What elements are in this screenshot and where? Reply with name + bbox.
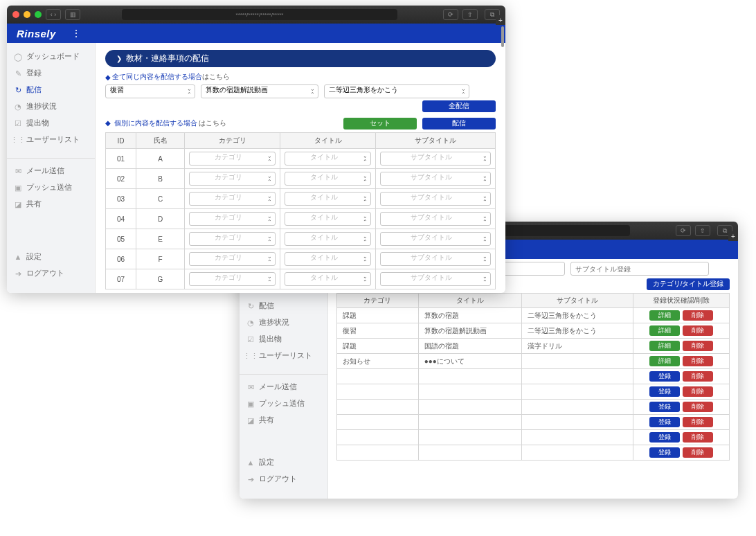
row-category-select[interactable]: カテゴリ: [189, 152, 276, 166]
reload-icon[interactable]: ⟳: [676, 225, 691, 236]
sidebar-item-distribute[interactable]: ↻配信: [7, 82, 95, 98]
row-title-select[interactable]: タイトル: [285, 272, 371, 286]
row-category-select[interactable]: カテゴリ: [189, 252, 276, 266]
cell-action: 詳細削除: [633, 339, 729, 354]
sidebar-item-distribute[interactable]: ↻配信: [240, 298, 327, 314]
sidebar-item-submissions[interactable]: ☑提出物: [240, 331, 327, 348]
row-subtitle-select[interactable]: サブタイトル: [380, 232, 491, 246]
sidebar-item-label: 配信: [259, 301, 274, 311]
row-category-select[interactable]: カテゴリ: [189, 212, 276, 226]
row-title-select[interactable]: タイトル: [285, 172, 371, 186]
register-row-button[interactable]: 登録: [649, 371, 680, 382]
register-table: カテゴリ タイトル サブタイトル 登録状況確認/削除 課題算数の宿題二等辺三角形…: [336, 293, 730, 461]
cell-subtitle: 二等辺三角形をかこう: [522, 323, 633, 339]
row-category-select[interactable]: カテゴリ: [189, 272, 276, 286]
hint-all: ◆ 全て同じ内容を配信する場合 はこちら: [105, 73, 496, 82]
cell-title: 国語の宿題: [418, 339, 522, 354]
register-row-button[interactable]: 登録: [649, 417, 680, 427]
detail-button[interactable]: 詳細: [649, 325, 680, 336]
row-title-select[interactable]: タイトル: [285, 192, 371, 206]
row-category-select[interactable]: カテゴリ: [189, 172, 276, 186]
sidebar-item-settings[interactable]: ▲設定: [7, 249, 95, 265]
cell-subtitle: [522, 354, 633, 369]
sidebar-item-progress[interactable]: ◔進捗状況: [7, 98, 95, 115]
select-title[interactable]: 算数の宿題解説動画: [201, 84, 318, 98]
sidebar-item-progress[interactable]: ◔進捗状況: [240, 314, 327, 331]
delete-button[interactable]: 削除: [683, 356, 713, 366]
share-icon[interactable]: ⇧: [462, 9, 478, 20]
delete-button[interactable]: 削除: [683, 341, 713, 351]
back-forward-icon[interactable]: ‹ ›: [46, 9, 61, 20]
sidebar-item-users[interactable]: ⋮⋮ユーザーリスト: [7, 132, 95, 148]
detail-button[interactable]: 詳細: [649, 310, 680, 321]
register-row-button[interactable]: 登録: [649, 402, 680, 412]
row-subtitle-select[interactable]: サブタイトル: [380, 272, 491, 286]
sidebar-item-dashboard[interactable]: ◯ダッシュボード: [7, 48, 95, 65]
row-subtitle-select[interactable]: サブタイトル: [380, 172, 491, 186]
row-category-select[interactable]: カテゴリ: [189, 192, 276, 206]
mail-icon: ✉: [246, 383, 255, 391]
delete-button[interactable]: 削除: [683, 325, 713, 336]
hint-all-link[interactable]: 全て同じ内容を配信する場合: [112, 73, 202, 82]
row-subtitle-select[interactable]: サブタイトル: [380, 152, 491, 166]
delete-button[interactable]: 削除: [683, 447, 713, 458]
row-title-select[interactable]: タイトル: [285, 212, 371, 226]
logout-icon: ➔: [14, 269, 22, 278]
delete-button[interactable]: 削除: [683, 371, 713, 382]
row-subtitle-select[interactable]: サブタイトル: [380, 212, 491, 226]
sidebar-item-mail[interactable]: ✉メール送信: [240, 379, 327, 395]
sidebar-item-submissions[interactable]: ☑提出物: [7, 115, 95, 132]
sidebar-item-logout[interactable]: ➔ログアウト: [240, 471, 327, 488]
register-row-button[interactable]: 登録: [649, 432, 680, 443]
distribute-all-button[interactable]: 全配信: [422, 100, 496, 112]
sidebar-item-label: 提出物: [26, 118, 49, 128]
set-button[interactable]: セット: [343, 118, 417, 129]
distribute-button[interactable]: 配信: [422, 118, 496, 129]
titlebar: ‹ › ▥ *****/*****/*****/***** ⟳ ⇧ ⧉ +: [7, 6, 505, 24]
new-tab-button[interactable]: +: [496, 15, 505, 25]
delete-button[interactable]: 削除: [683, 386, 713, 397]
row-title-select[interactable]: タイトル: [285, 232, 371, 246]
share-icon[interactable]: ⇧: [695, 225, 710, 236]
sidebar-item-logout[interactable]: ➔ログアウト: [7, 265, 95, 282]
cell-subtitle: [522, 415, 633, 430]
register-button[interactable]: カテゴリ/タイトル登録: [647, 278, 730, 290]
sidebar-item-users[interactable]: ⋮⋮ユーザーリスト: [240, 348, 327, 364]
delete-button[interactable]: 削除: [683, 310, 713, 321]
delete-button[interactable]: 削除: [683, 417, 713, 427]
sidebar-item-mail[interactable]: ✉メール送信: [7, 163, 95, 179]
app-menu-icon[interactable]: ⋮: [71, 28, 82, 39]
sidebar-item-register[interactable]: ✎登録: [7, 65, 95, 82]
sidebar-item-label: 共有: [26, 199, 42, 209]
register-row-button[interactable]: 登録: [649, 447, 680, 458]
distribute-icon: ↻: [14, 86, 22, 94]
sidebar-item-label: 設定: [26, 252, 42, 262]
register-row-button[interactable]: 登録: [649, 386, 680, 397]
sidebar-item-share[interactable]: ◪共有: [240, 412, 327, 429]
sidebar-toggle-icon[interactable]: ▥: [65, 9, 80, 20]
sidebar-item-label: 設定: [259, 458, 274, 467]
reload-icon[interactable]: ⟳: [443, 9, 458, 20]
sidebar-item-settings[interactable]: ▲設定: [240, 454, 327, 471]
row-title-select[interactable]: タイトル: [285, 252, 371, 266]
select-subtitle[interactable]: 二等辺三角形をかこう: [324, 84, 469, 98]
sidebar-item-push[interactable]: ▣プッシュ送信: [240, 395, 327, 412]
detail-button[interactable]: 詳細: [649, 356, 680, 366]
detail-button[interactable]: 詳細: [649, 341, 680, 351]
delete-button[interactable]: 削除: [683, 402, 713, 412]
select-category[interactable]: 復習: [105, 84, 195, 98]
url-bar[interactable]: *****/*****/*****/*****: [122, 9, 397, 20]
submissions-icon: ☑: [14, 119, 22, 127]
sidebar-item-push[interactable]: ▣プッシュ送信: [7, 179, 95, 196]
row-subtitle-select[interactable]: サブタイトル: [380, 252, 491, 266]
new-tab-button[interactable]: +: [728, 231, 738, 241]
row-title-select[interactable]: タイトル: [285, 152, 371, 166]
row-category-select[interactable]: カテゴリ: [189, 232, 276, 246]
row-subtitle-select[interactable]: サブタイトル: [380, 192, 491, 206]
cell-title: [418, 430, 522, 445]
subtitle-input[interactable]: [570, 262, 709, 276]
delete-button[interactable]: 削除: [683, 432, 713, 443]
sidebar-item-share[interactable]: ◪共有: [7, 196, 95, 213]
table-row: 課題算数の宿題二等辺三角形をかこう詳細削除: [337, 308, 730, 323]
hint-indiv-link[interactable]: 個別に内容を配信する場合: [114, 119, 197, 127]
